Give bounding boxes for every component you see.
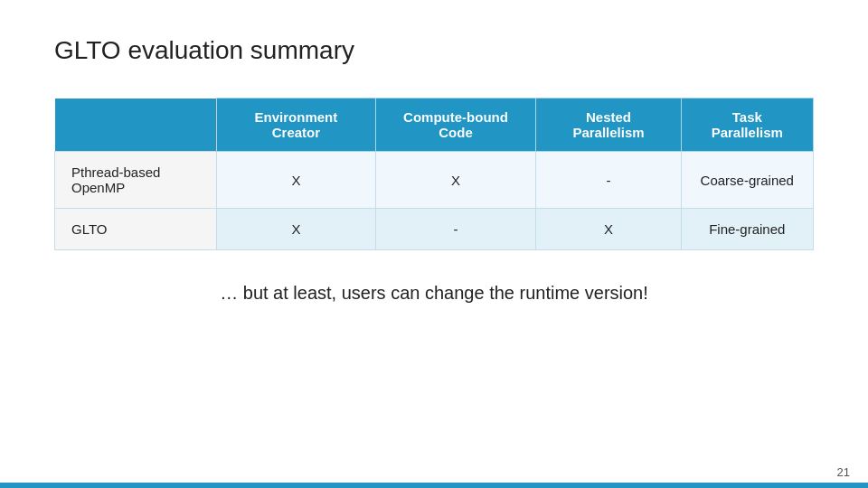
col-header-empty [55, 99, 217, 152]
cell-glto-nested: X [536, 209, 681, 250]
table-header-row: Environment Creator Compute-bound Code N… [55, 99, 814, 152]
table-wrapper: Environment Creator Compute-bound Code N… [54, 98, 814, 250]
cell-pthread-task: Coarse-grained [681, 152, 813, 209]
bottom-bar [0, 483, 868, 488]
slide-number: 21 [837, 465, 850, 479]
slide-container: GLTO evaluation summary Environment Crea… [0, 0, 868, 488]
col-header-task-parallelism: Task Parallelism [681, 99, 813, 152]
row-label-glto: GLTO [55, 209, 217, 250]
row-label-pthread: Pthread-based OpenMP [55, 152, 217, 209]
col-header-environment-creator: Environment Creator [217, 99, 375, 152]
col-header-compute-bound: Compute-bound Code [375, 99, 536, 152]
cell-glto-compute: - [375, 209, 536, 250]
cell-glto-task: Fine-grained [681, 209, 813, 250]
cell-pthread-compute: X [375, 152, 536, 209]
cell-pthread-env: X [217, 152, 375, 209]
cell-pthread-nested: - [536, 152, 681, 209]
footer-text: … but at least, users can change the run… [54, 283, 814, 304]
table-row: Pthread-based OpenMP X X - Coarse-graine… [55, 152, 814, 209]
comparison-table: Environment Creator Compute-bound Code N… [54, 98, 814, 250]
slide-title: GLTO evaluation summary [54, 36, 814, 65]
table-row: GLTO X - X Fine-grained [55, 209, 814, 250]
col-header-nested-parallelism: Nested Parallelism [536, 99, 681, 152]
cell-glto-env: X [217, 209, 375, 250]
